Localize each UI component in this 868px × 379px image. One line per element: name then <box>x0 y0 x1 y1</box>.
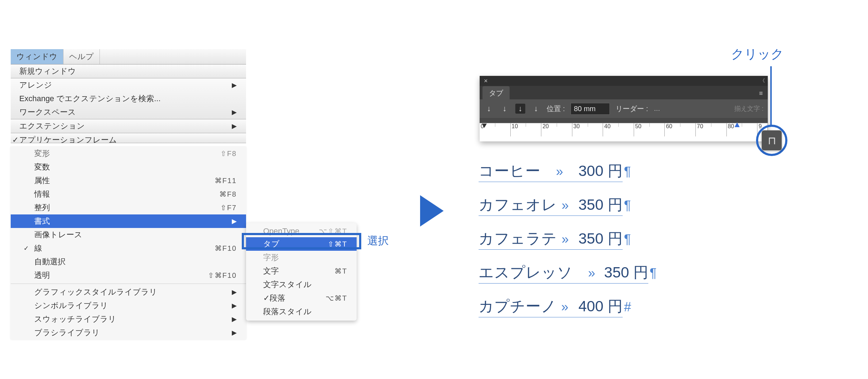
paragraph-mark-icon: ¶ <box>624 198 631 213</box>
menu-workspace[interactable]: ワークスペース▶ <box>11 105 246 119</box>
menu-group-3: エクステンション▶ <box>11 119 246 133</box>
menu-info[interactable]: 情報⌘F8 <box>11 187 246 201</box>
item-price: 400 円 <box>578 296 623 317</box>
collapse-icon[interactable]: 《 <box>760 78 765 84</box>
panel-tab-row: タブ ≡ <box>480 86 768 99</box>
tab-align-left-icon[interactable]: ↓ <box>484 104 494 114</box>
item-price: 350 円 <box>604 263 648 284</box>
submenu-character-style[interactable]: 文字スタイル <box>246 278 357 291</box>
check-icon: ✓ <box>263 294 270 303</box>
tab-align-center-icon[interactable]: ↓ <box>500 104 510 114</box>
text-line: エスプレッソ » 350 円 ¶ <box>479 263 668 284</box>
panel-menu-icon[interactable]: ≡ <box>759 90 765 99</box>
menu-format[interactable]: 書式▶ <box>11 214 246 228</box>
paragraph-mark-icon: ¶ <box>650 266 657 281</box>
submenu-arrow-icon: ▶ <box>232 329 237 337</box>
menu-symbol-lib[interactable]: シンボルライブラリ▶ <box>11 299 246 312</box>
text-line: カフェラテ » 350 円 ¶ <box>479 229 668 250</box>
submenu-arrow-icon: ▶ <box>232 217 237 225</box>
paragraph-mark-icon: ¶ <box>624 164 631 179</box>
menu-arrange[interactable]: アレンジ▶ <box>11 78 246 92</box>
text-line: コーヒー » 300 円 ¶ <box>479 161 668 182</box>
menu-panel-lower: 変形⇧F8 変数 属性⌘F11 情報⌘F8 整列⇧F7 書式▶ 画像トレース ✓… <box>11 147 246 339</box>
ruler-track: 0 10 20 30 40 50 60 70 80 9 <box>480 123 768 136</box>
menu-line[interactable]: ✓線⌘F10 <box>11 242 246 255</box>
item-name: コーヒー » <box>479 161 578 182</box>
menubar: ウィンドウ ヘルプ <box>11 49 246 64</box>
menu-group-4: ✓アプリケーションフレーム <box>11 133 246 143</box>
tab-panel: × 《 タブ ≡ ↓ ↓ ↓ ↓ 位置 : 80 mm リーダー : … 揃え文… <box>480 76 768 141</box>
position-input[interactable]: 80 mm <box>571 103 610 115</box>
magnet-icon: ⊓ <box>768 134 776 147</box>
menu-variables[interactable]: 変数 <box>11 160 246 174</box>
menu-brush-lib[interactable]: ブラシライブラリ▶ <box>11 326 246 339</box>
check-icon: ✓ <box>12 135 19 143</box>
arrow-right-icon <box>420 195 444 227</box>
menu-gfx-style-lib[interactable]: グラフィックスタイルライブラリ▶ <box>11 285 246 299</box>
submenu-arrow-icon: ▶ <box>232 302 237 310</box>
menu-transparent[interactable]: 透明⇧⌘F10 <box>11 269 246 282</box>
leader-label: リーダー : <box>616 104 648 114</box>
tab-char-icon: » <box>588 266 596 280</box>
tab-char-icon: » <box>561 300 569 314</box>
panel-tab-tabs[interactable]: タブ <box>482 86 510 99</box>
menubar-window[interactable]: ウィンドウ <box>11 49 63 64</box>
menu-image-trace[interactable]: 画像トレース <box>11 228 246 242</box>
leader-dots: … <box>654 105 662 113</box>
submenu-opentype[interactable]: OpenType⌥⇧⌘T <box>246 225 357 237</box>
item-name: カプチーノ » <box>479 296 578 317</box>
menu-transform[interactable]: 変形⇧F8 <box>11 147 246 160</box>
submenu-arrow-icon: ▶ <box>232 122 237 130</box>
annotation-select-label: 選択 <box>367 234 389 248</box>
annotation-click-label: クリック <box>731 46 784 63</box>
close-icon[interactable]: × <box>482 77 489 85</box>
panel-titlebar: × 《 <box>480 76 768 86</box>
menu-exchange[interactable]: Exchange でエクステンションを検索... <box>11 92 246 105</box>
submenu-arrow-icon: ▶ <box>232 108 237 116</box>
item-price: 350 円 <box>578 195 623 216</box>
text-line: カフェオレ » 350 円 ¶ <box>479 195 668 216</box>
tab-align-right-icon[interactable]: ↓ <box>515 104 525 114</box>
item-name: カフェラテ » <box>479 229 578 250</box>
item-name: エスプレッソ » <box>479 263 604 284</box>
submenu-arrow-icon: ▶ <box>232 81 237 89</box>
tab-char-icon: » <box>562 232 569 246</box>
submenu-arrow-icon: ▶ <box>232 315 237 323</box>
menubar-help[interactable]: ヘルプ <box>63 49 100 64</box>
submenu-glyph[interactable]: 字形 <box>246 251 357 264</box>
annotation-click-line <box>770 66 772 125</box>
menu-new-window[interactable]: 新規ウィンドウ <box>11 64 246 78</box>
position-label: 位置 : <box>547 104 565 114</box>
item-price: 350 円 <box>578 229 623 250</box>
text-frame[interactable]: コーヒー » 300 円 ¶ カフェオレ » 350 円 ¶ カフェラテ » 3… <box>479 161 668 330</box>
menu-attributes[interactable]: 属性⌘F11 <box>11 174 246 187</box>
snap-to-text-button[interactable]: ⊓ <box>762 130 782 150</box>
submenu-character[interactable]: 文字⌘T <box>246 264 357 278</box>
panel-controls: ↓ ↓ ↓ ↓ 位置 : 80 mm リーダー : … 揃え文字 : <box>480 99 768 118</box>
tab-char-icon: » <box>562 198 569 213</box>
submenu-paragraph[interactable]: ✓段落⌥⌘T <box>246 291 357 305</box>
text-line: カプチーノ » 400 円 # <box>479 296 668 317</box>
end-of-story-icon: # <box>624 300 631 315</box>
submenu-paragraph-style[interactable]: 段落スタイル <box>246 305 357 318</box>
menu-app-frame[interactable]: ✓アプリケーションフレーム <box>11 133 246 143</box>
check-icon: ✓ <box>24 244 29 252</box>
menu-group-1: 新規ウィンドウ <box>11 64 246 78</box>
menu-extension[interactable]: エクステンション▶ <box>11 119 246 133</box>
menu-swatch-lib[interactable]: スウォッチライブラリ▶ <box>11 312 246 326</box>
menu-align[interactable]: 整列⇧F7 <box>11 201 246 214</box>
submenu-arrow-icon: ▶ <box>232 288 237 296</box>
align-char-label: 揃え文字 : <box>734 104 764 113</box>
item-name: カフェオレ » <box>479 195 578 216</box>
window-menu-dropdown: ウィンドウ ヘルプ 新規ウィンドウ アレンジ▶ Exchange でエクステンシ… <box>11 49 246 339</box>
submenu-tab[interactable]: タブ⇧⌘T <box>246 237 357 251</box>
format-submenu: OpenType⌥⇧⌘T タブ⇧⌘T 字形 文字⌘T 文字スタイル ✓段落⌥⌘T… <box>246 223 357 321</box>
menu-group-2: アレンジ▶ Exchange でエクステンションを検索... ワークスペース▶ <box>11 78 246 119</box>
tab-align-decimal-icon[interactable]: ↓ <box>531 104 541 114</box>
annotation-click-circle: ⊓ <box>756 125 787 156</box>
ruler[interactable]: 0 10 20 30 40 50 60 70 80 9 <box>480 123 768 141</box>
menu-auto-select[interactable]: 自動選択 <box>11 255 246 269</box>
tab-char-icon: » <box>556 164 563 179</box>
item-price: 300 円 <box>578 161 623 182</box>
paragraph-mark-icon: ¶ <box>624 232 631 247</box>
